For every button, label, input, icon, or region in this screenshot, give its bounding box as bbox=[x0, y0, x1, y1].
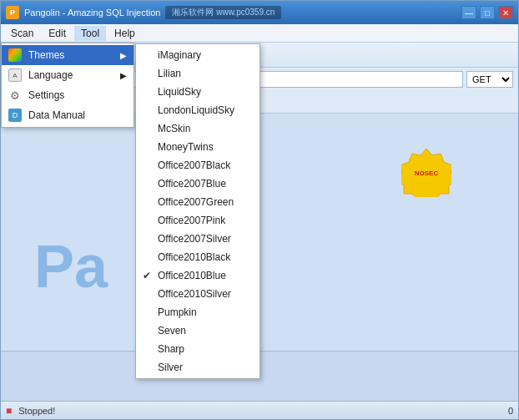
theme-lilian[interactable]: Lilian bbox=[136, 64, 260, 83]
theme-office2007pink[interactable]: Office2007Pink bbox=[136, 211, 260, 230]
language-label: Language bbox=[28, 69, 113, 81]
theme-office2010blue[interactable]: ✔ Office2010Blue bbox=[136, 266, 260, 285]
theme-office2007black[interactable]: Office2007Black bbox=[136, 156, 260, 175]
theme-moneytwins[interactable]: MoneyTwins bbox=[136, 138, 260, 156]
svg-text:NOSEC: NOSEC bbox=[415, 170, 439, 177]
theme-label-seven: Seven bbox=[158, 325, 186, 337]
check-office2010blue: ✔ bbox=[141, 270, 153, 281]
window-title: Pangolin - Amazing SQL Injection bbox=[24, 8, 160, 18]
settings-label: Settings bbox=[28, 89, 127, 101]
theme-label-moneytwins: MoneyTwins bbox=[158, 141, 214, 153]
theme-label-office2007black: Office2007Black bbox=[158, 159, 230, 171]
theme-seven[interactable]: Seven bbox=[136, 321, 260, 340]
theme-label-pumpkin: Pumpkin bbox=[158, 306, 197, 318]
status-counter: 0 bbox=[508, 406, 513, 416]
theme-office2007blue[interactable]: Office2007Blue bbox=[136, 175, 260, 193]
nosec-badge: NOSEC bbox=[401, 147, 451, 197]
theme-mcskin[interactable]: McSkin bbox=[136, 119, 260, 138]
theme-office2007green[interactable]: Office2007Green bbox=[136, 193, 260, 211]
theme-label-sharp: Sharp bbox=[158, 343, 184, 355]
theme-pumpkin[interactable]: Pumpkin bbox=[136, 303, 260, 321]
method-select[interactable]: GET POST bbox=[466, 71, 513, 88]
data-manual-label: Data Manual bbox=[28, 109, 127, 121]
status-icon: ■ bbox=[6, 405, 12, 417]
settings-icon-img: ⚙ bbox=[8, 89, 22, 102]
themes-submenu: iMaginary Lilian LiquidSky LondonLiquidS… bbox=[135, 43, 260, 379]
close-button[interactable]: ✕ bbox=[498, 6, 513, 19]
menu-item-settings[interactable]: ⚙ Settings bbox=[2, 85, 134, 105]
app-icon: P bbox=[6, 6, 19, 19]
title-controls: — □ ✕ bbox=[461, 6, 513, 19]
data-icon-img: D bbox=[8, 109, 22, 122]
language-icon-img: A bbox=[8, 68, 22, 82]
menu-help[interactable]: Help bbox=[108, 26, 142, 41]
theme-londonliquidsky[interactable]: LondonLiquidSky bbox=[136, 101, 260, 119]
language-arrow-icon: ▶ bbox=[120, 71, 127, 80]
theme-label-liquidsky: LiquidSky bbox=[158, 86, 201, 98]
main-window: P Pangolin - Amazing SQL Injection 湘乐软件网… bbox=[0, 0, 519, 420]
minimize-button[interactable]: — bbox=[461, 6, 476, 19]
menu-item-data-manual[interactable]: D Data Manual bbox=[2, 105, 134, 125]
theme-sharp[interactable]: Sharp bbox=[136, 340, 260, 358]
menu-item-themes[interactable]: Themes ▶ iMaginary Lilian LiquidSky bbox=[2, 45, 134, 65]
theme-label-office2007pink: Office2007Pink bbox=[158, 215, 225, 226]
theme-label-londonliquidsky: LondonLiquidSky bbox=[158, 104, 234, 116]
theme-silver[interactable]: Silver bbox=[136, 358, 260, 377]
theme-office2010black[interactable]: Office2010Black bbox=[136, 248, 260, 266]
status-bar: ■ Stopped! 0 bbox=[1, 401, 518, 419]
menu-edit[interactable]: Edit bbox=[42, 26, 73, 41]
themes-label: Themes bbox=[28, 49, 113, 61]
menu-bar: Scan Edit Tool Help bbox=[1, 24, 518, 43]
theme-label-mcskin: McSkin bbox=[158, 123, 190, 134]
status-text: Stopped! bbox=[18, 406, 55, 416]
menu-overlay: Themes ▶ iMaginary Lilian LiquidSky bbox=[1, 43, 134, 128]
data-manual-icon: D bbox=[8, 109, 22, 122]
menu-tool[interactable]: Tool bbox=[74, 26, 106, 41]
theme-office2010silver[interactable]: Office2010Silver bbox=[136, 285, 260, 303]
watermark: 湘乐软件网 www.pc0359.cn bbox=[165, 6, 281, 19]
theme-label-imaginary: iMaginary bbox=[158, 49, 201, 61]
theme-liquidsky[interactable]: LiquidSky bbox=[136, 83, 260, 101]
theme-label-office2007blue: Office2007Blue bbox=[158, 178, 226, 190]
menu-item-language[interactable]: A Language ▶ bbox=[2, 65, 134, 85]
theme-label-lilian: Lilian bbox=[158, 68, 181, 79]
theme-office2007silver[interactable]: Office2007Silver bbox=[136, 230, 260, 248]
title-bar-left: P Pangolin - Amazing SQL Injection 湘乐软件网… bbox=[6, 6, 281, 19]
title-bar: P Pangolin - Amazing SQL Injection 湘乐软件网… bbox=[1, 1, 518, 24]
maximize-button[interactable]: □ bbox=[480, 6, 495, 19]
theme-imaginary[interactable]: iMaginary bbox=[136, 46, 260, 64]
themes-arrow-icon: ▶ bbox=[120, 51, 127, 60]
themes-icon-img bbox=[8, 48, 22, 62]
app-logo: Pa bbox=[34, 232, 108, 301]
menu-scan[interactable]: Scan bbox=[4, 26, 40, 41]
theme-label-office2010black: Office2010Black bbox=[158, 251, 230, 263]
theme-label-office2010silver: Office2010Silver bbox=[158, 288, 231, 300]
theme-label-office2007silver: Office2007Silver bbox=[158, 233, 231, 245]
themes-icon bbox=[8, 48, 22, 62]
tool-dropdown: Themes ▶ iMaginary Lilian LiquidSky bbox=[1, 43, 134, 128]
theme-label-office2007green: Office2007Green bbox=[158, 196, 234, 208]
settings-icon: ⚙ bbox=[8, 89, 22, 102]
theme-label-silver: Silver bbox=[158, 362, 183, 373]
theme-label-office2010blue: Office2010Blue bbox=[158, 270, 226, 281]
language-icon: A bbox=[8, 68, 22, 82]
method-group: GET POST bbox=[466, 71, 513, 88]
